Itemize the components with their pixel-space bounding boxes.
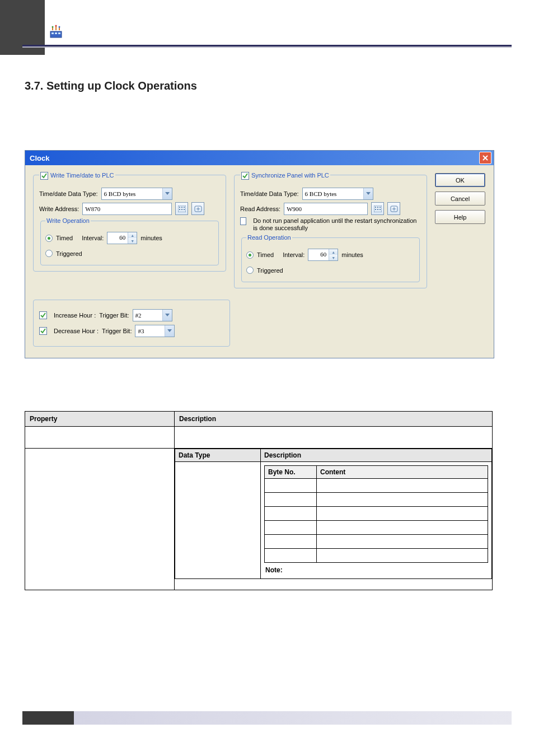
datatype-table: Data Type Description Byte No. Content [175, 449, 492, 579]
dec-trigger-value[interactable] [135, 326, 165, 336]
sync-enable-checkbox[interactable] [241, 172, 249, 180]
svg-rect-12 [181, 209, 182, 210]
app-icon [49, 25, 64, 40]
svg-rect-2 [55, 32, 57, 34]
table-row [25, 427, 493, 449]
note-label: Note: [264, 563, 488, 574]
read-interval-label: Interval: [283, 251, 305, 258]
dialog-titlebar: Clock [25, 151, 494, 165]
section-heading: 3.7. Setting up Clock Operations [25, 80, 197, 92]
radio-dot-icon [246, 251, 254, 259]
svg-rect-11 [179, 209, 180, 210]
table-row [265, 535, 488, 549]
header-rule-light [22, 46, 512, 48]
write-op-legend: Write Operation [45, 217, 91, 224]
write-timed-label: Timed [56, 235, 73, 241]
svg-rect-18 [380, 207, 381, 208]
svg-rect-16 [375, 207, 376, 208]
help-label: Help [454, 214, 467, 221]
spin-down-icon[interactable]: ▼ [329, 255, 338, 260]
svg-rect-3 [58, 32, 60, 34]
byte-table: Byte No. Content [264, 465, 488, 563]
spin-up-icon[interactable]: ▲ [329, 249, 338, 255]
help-button[interactable]: Help [435, 210, 485, 224]
table-row: Data Type Description Byte No. Content [25, 449, 493, 590]
read-interval-value[interactable] [308, 249, 329, 259]
chevron-down-icon [162, 310, 172, 321]
wait-restart-checkbox[interactable] [240, 217, 246, 225]
svg-rect-8 [179, 207, 180, 208]
radio-dot-icon [45, 235, 53, 242]
write-enable-checkbox[interactable] [40, 172, 48, 180]
inc-trigger-select[interactable] [133, 309, 172, 321]
inc-trigger-label: Trigger Bit: [99, 312, 129, 319]
th-property: Property [25, 412, 175, 427]
write-group: Write Time/date to PLC Time/date Data Ty… [33, 171, 226, 272]
svg-point-5 [55, 25, 57, 27]
tag-picker-button[interactable] [191, 202, 204, 215]
read-triggered-radio[interactable]: Triggered [246, 267, 283, 274]
clock-dialog: Clock Write Time/date to PLC Time/date D… [25, 150, 494, 358]
read-operation-group: Read Operation Timed Interval: ▲▼ [241, 234, 420, 282]
sync-legend: Synchronize Panel with PLC [240, 171, 330, 179]
write-dtype-value[interactable] [102, 189, 162, 199]
read-timed-label: Timed [257, 251, 274, 258]
cancel-button[interactable]: Cancel [435, 192, 485, 206]
hour-adjust-group: Increase Hour : Trigger Bit: Decrease Ho… [33, 300, 230, 347]
inc-trigger-value[interactable] [133, 310, 162, 320]
keypad-button[interactable] [175, 202, 188, 215]
sync-dtype-value[interactable] [303, 189, 363, 199]
increase-hour-label: Increase Hour : [54, 312, 96, 319]
decrease-hour-label: Decrease Hour : [54, 328, 99, 334]
table-header-row: Property Description [25, 412, 493, 427]
tag-picker-button[interactable] [387, 202, 400, 215]
chevron-down-icon [162, 188, 172, 199]
close-button[interactable] [479, 152, 491, 164]
footer-gradient [74, 711, 512, 725]
dec-trigger-select[interactable] [135, 325, 175, 337]
sync-addr-label: Read Address: [240, 206, 280, 212]
check-icon [242, 173, 248, 179]
close-icon [483, 155, 488, 161]
svg-point-6 [59, 26, 60, 28]
read-interval-spinner[interactable]: ▲▼ [308, 249, 338, 261]
write-triggered-radio[interactable]: Triggered [45, 250, 82, 257]
spin-down-icon[interactable]: ▼ [128, 238, 137, 244]
decrease-hour-checkbox[interactable] [39, 327, 47, 335]
write-address-input[interactable] [82, 203, 172, 215]
sync-dtype-select[interactable] [302, 188, 373, 200]
keypad-button[interactable] [371, 202, 384, 215]
svg-rect-19 [375, 209, 376, 210]
th-inner-desc: Description [261, 449, 492, 462]
read-timed-radio[interactable]: Timed [246, 251, 274, 259]
dialog-title: Clock [27, 154, 49, 162]
keypad-icon [178, 206, 186, 212]
th-datatype: Data Type [175, 449, 261, 462]
write-timed-radio[interactable]: Timed [45, 235, 73, 242]
write-interval-value[interactable] [107, 232, 128, 242]
svg-rect-1 [51, 32, 54, 34]
svg-rect-20 [377, 209, 378, 210]
ok-button[interactable]: OK [435, 173, 485, 187]
spin-up-icon[interactable]: ▲ [128, 232, 137, 238]
table-row [265, 507, 488, 521]
radio-dot-icon [45, 250, 53, 257]
check-icon [41, 173, 47, 179]
tag-icon [194, 206, 202, 212]
table-row [265, 549, 488, 563]
chevron-down-icon [165, 325, 174, 337]
write-addr-label: Write Address: [39, 206, 79, 212]
sync-group: Synchronize Panel with PLC Time/date Dat… [234, 171, 427, 288]
write-dtype-select[interactable] [101, 188, 172, 200]
th-byte-no: Byte No. [265, 466, 317, 479]
chevron-down-icon [363, 188, 373, 199]
check-icon [40, 312, 46, 318]
sync-legend-text: Synchronize Panel with PLC [251, 172, 329, 179]
increase-hour-checkbox[interactable] [39, 311, 47, 319]
cancel-label: Cancel [451, 195, 470, 202]
read-address-input[interactable] [284, 203, 368, 215]
write-interval-spinner[interactable]: ▲▼ [107, 232, 137, 244]
write-legend: Write Time/date to PLC [39, 171, 115, 179]
read-triggered-label: Triggered [257, 267, 283, 274]
dec-trigger-label: Trigger Bit: [102, 328, 132, 334]
